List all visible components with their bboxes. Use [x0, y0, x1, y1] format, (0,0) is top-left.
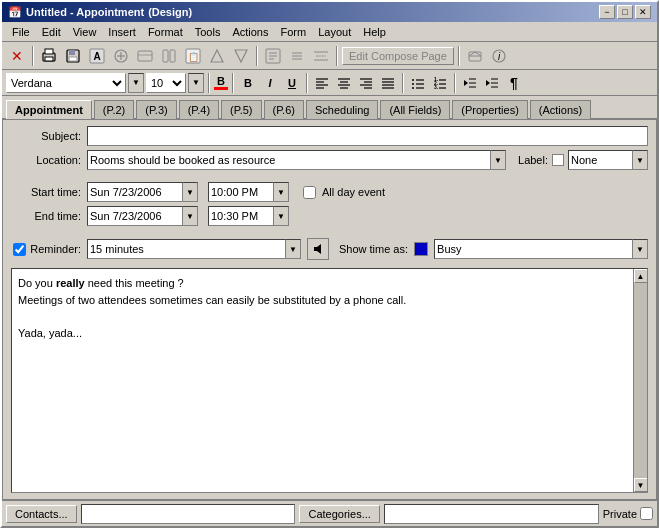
- end-time-input[interactable]: [208, 206, 273, 226]
- save-button[interactable]: [62, 45, 84, 67]
- underline-button[interactable]: U: [282, 73, 302, 93]
- justify-button[interactable]: [378, 73, 398, 93]
- menu-layout[interactable]: Layout: [312, 24, 357, 40]
- menu-tools[interactable]: Tools: [189, 24, 227, 40]
- menu-bar: File Edit View Insert Format Tools Actio…: [2, 22, 657, 42]
- location-input[interactable]: [87, 150, 490, 170]
- label-dropdown-arrow[interactable]: ▼: [632, 150, 648, 170]
- tabs-container: Appointment (P.2) (P.3) (P.4) (P.5) (P.6…: [2, 96, 657, 118]
- scroll-down-button[interactable]: ▼: [634, 478, 648, 492]
- tab-scheduling[interactable]: Scheduling: [306, 100, 378, 119]
- tab-p3[interactable]: (P.3): [136, 100, 176, 119]
- tab-p6[interactable]: (P.6): [264, 100, 304, 119]
- menu-format[interactable]: Format: [142, 24, 189, 40]
- print-button[interactable]: [38, 45, 60, 67]
- reminder-field-container: ▼: [87, 239, 301, 259]
- bold-button[interactable]: B: [238, 73, 258, 93]
- private-container: Private: [603, 507, 653, 520]
- menu-help[interactable]: Help: [357, 24, 392, 40]
- all-day-checkbox[interactable]: [303, 186, 316, 199]
- toolbar-btn-3[interactable]: A: [86, 45, 108, 67]
- reminder-checkbox[interactable]: [13, 243, 26, 256]
- align-right-button[interactable]: [356, 73, 376, 93]
- body-scrollbar[interactable]: ▲ ▼: [633, 269, 647, 492]
- categories-button[interactable]: Categories...: [299, 505, 379, 523]
- end-date-input[interactable]: [87, 206, 182, 226]
- format-separator-2: [232, 73, 234, 93]
- end-time-row: End time: ▼ ▼: [11, 206, 648, 226]
- scroll-track[interactable]: [634, 283, 648, 478]
- toolbar-btn-7[interactable]: 📋: [182, 45, 204, 67]
- menu-view[interactable]: View: [67, 24, 103, 40]
- toolbar-btn-14[interactable]: i: [488, 45, 510, 67]
- toolbar-btn-4[interactable]: [110, 45, 132, 67]
- toolbar-btn-9[interactable]: [230, 45, 252, 67]
- categories-field[interactable]: [384, 504, 599, 524]
- status-bar: Contacts... Categories... Private: [2, 500, 657, 526]
- end-date-dropdown[interactable]: ▼: [182, 206, 198, 226]
- title-bar-controls: − □ ✕: [599, 5, 651, 19]
- indent-decrease-button[interactable]: [460, 73, 480, 93]
- toolbar-btn-8[interactable]: [206, 45, 228, 67]
- font-size-selector[interactable]: 10: [146, 73, 186, 93]
- font-selector[interactable]: Verdana: [6, 73, 126, 93]
- color-indicator: [214, 87, 228, 90]
- maximize-button[interactable]: □: [617, 5, 633, 19]
- reminder-input[interactable]: [87, 239, 285, 259]
- numbered-list-button[interactable]: 1.2.3.: [430, 73, 450, 93]
- toolbar-btn-5[interactable]: [134, 45, 156, 67]
- contacts-button[interactable]: Contacts...: [6, 505, 77, 523]
- label-input[interactable]: [568, 150, 632, 170]
- font-size-dropdown-arrow[interactable]: ▼: [188, 73, 204, 93]
- tab-p2[interactable]: (P.2): [94, 100, 134, 119]
- show-time-input[interactable]: [434, 239, 632, 259]
- menu-actions[interactable]: Actions: [226, 24, 274, 40]
- font-color-button[interactable]: B: [214, 75, 228, 90]
- align-left-button[interactable]: [312, 73, 332, 93]
- toolbar-btn-11[interactable]: [286, 45, 308, 67]
- align-center-button[interactable]: [334, 73, 354, 93]
- delete-button[interactable]: ✕: [6, 45, 28, 67]
- tab-p4[interactable]: (P.4): [179, 100, 219, 119]
- menu-file[interactable]: File: [6, 24, 36, 40]
- reminder-dropdown[interactable]: ▼: [285, 239, 301, 259]
- reminder-sound-button[interactable]: [307, 238, 329, 260]
- body-line-3: [18, 308, 641, 325]
- start-date-dropdown[interactable]: ▼: [182, 182, 198, 202]
- menu-edit[interactable]: Edit: [36, 24, 67, 40]
- close-button[interactable]: ✕: [635, 5, 651, 19]
- minimize-button[interactable]: −: [599, 5, 615, 19]
- tab-actions[interactable]: (Actions): [530, 100, 591, 119]
- menu-form[interactable]: Form: [274, 24, 312, 40]
- contacts-field[interactable]: [81, 504, 296, 524]
- start-time-input[interactable]: [208, 182, 273, 202]
- show-time-dropdown[interactable]: ▼: [632, 239, 648, 259]
- toolbar-btn-10[interactable]: [262, 45, 284, 67]
- format-separator-1: [208, 73, 210, 93]
- tab-p5[interactable]: (P.5): [221, 100, 261, 119]
- paragraph-button[interactable]: ¶: [504, 73, 524, 93]
- indent-increase-button[interactable]: [482, 73, 502, 93]
- toolbar-btn-6[interactable]: [158, 45, 180, 67]
- tab-properties[interactable]: (Properties): [452, 100, 527, 119]
- subject-input[interactable]: [87, 126, 648, 146]
- menu-insert[interactable]: Insert: [102, 24, 142, 40]
- private-checkbox[interactable]: [640, 507, 653, 520]
- toolbar-btn-13[interactable]: [464, 45, 486, 67]
- tab-all-fields[interactable]: (All Fields): [380, 100, 450, 119]
- list-button[interactable]: [408, 73, 428, 93]
- format-separator-5: [454, 73, 456, 93]
- tab-appointment[interactable]: Appointment: [6, 100, 92, 119]
- location-dropdown-arrow[interactable]: ▼: [490, 150, 506, 170]
- italic-button[interactable]: I: [260, 73, 280, 93]
- svg-point-50: [412, 83, 414, 85]
- subject-label: Subject:: [11, 130, 81, 142]
- edit-compose-btn[interactable]: Edit Compose Page: [342, 47, 454, 65]
- font-dropdown-arrow[interactable]: ▼: [128, 73, 144, 93]
- main-content: Subject: Location: ▼ Label: ▼ Start time…: [2, 118, 657, 500]
- end-time-dropdown[interactable]: ▼: [273, 206, 289, 226]
- toolbar-btn-12[interactable]: [310, 45, 332, 67]
- start-date-input[interactable]: [87, 182, 182, 202]
- start-time-dropdown[interactable]: ▼: [273, 182, 289, 202]
- scroll-up-button[interactable]: ▲: [634, 269, 648, 283]
